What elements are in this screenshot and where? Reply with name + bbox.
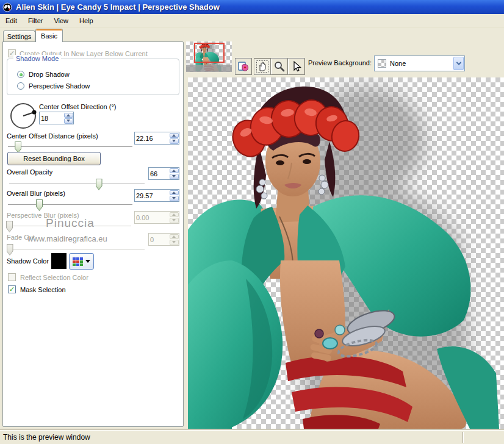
preview-background-dropdown[interactable]: None: [374, 56, 465, 71]
direction-up-button[interactable]: [64, 113, 73, 118]
distance-slider-track[interactable]: [8, 146, 132, 148]
status-text: This is the preview window: [3, 433, 90, 442]
blur-spinner: [134, 189, 179, 202]
perspective-blur-up-button: [170, 212, 179, 218]
blur-down-button[interactable]: [170, 196, 179, 201]
proof-preview-button[interactable]: [235, 58, 252, 75]
preview-background-value: None: [390, 60, 453, 67]
pan-tool-button[interactable]: [254, 58, 271, 75]
preview-toolbar: [235, 58, 305, 75]
magnifier-icon: [273, 60, 286, 73]
shadow-mode-group: Shadow Mode Drop Shadow Perspective Shad…: [7, 59, 179, 95]
distance-label: Center Offset Distance (pixels): [7, 132, 98, 140]
shadow-color-label: Shadow Color: [7, 257, 49, 265]
direction-input[interactable]: [41, 113, 63, 123]
direction-dial[interactable]: [9, 102, 37, 130]
perspective-blur-down-button: [170, 218, 179, 223]
menu-view[interactable]: View: [48, 15, 74, 26]
chevron-down-icon: [455, 60, 463, 67]
blur-input[interactable]: [136, 190, 168, 201]
shadow-mode-title: Shadow Mode: [13, 55, 61, 62]
opacity-slider-thumb[interactable]: [96, 179, 103, 190]
shadow-color-picker-button[interactable]: [69, 253, 94, 270]
opacity-input[interactable]: [150, 168, 168, 179]
drop-shadow-label: Drop Shadow: [29, 71, 70, 78]
direction-label: Center Offset Direction (°): [39, 103, 116, 110]
zoom-tool-button[interactable]: [271, 58, 288, 75]
navigator-bottom-strip: [186, 65, 232, 72]
palette-grid-icon: [73, 257, 83, 266]
menu-help[interactable]: Help: [74, 15, 99, 26]
title-bar: Alien Skin | Eye Candy 5 Impact | Perspe…: [0, 0, 504, 14]
fade-out-spinner: [148, 233, 179, 246]
blur-label: Overall Blur (pixels): [7, 190, 65, 197]
dial-graphic: [9, 102, 37, 130]
opacity-up-button[interactable]: [170, 168, 179, 174]
basic-settings-panel: ✓ Create Output In New Layer Below Curre…: [2, 41, 184, 427]
perspective-shadow-radio[interactable]: [17, 82, 24, 90]
distance-down-button[interactable]: [170, 138, 179, 144]
status-divider: [463, 432, 463, 443]
distance-up-button[interactable]: [170, 133, 179, 138]
mask-selection-checkbox[interactable]: ✓: [8, 285, 16, 293]
blur-slider-thumb[interactable]: [36, 199, 43, 211]
opacity-slider-track[interactable]: [9, 184, 145, 185]
perspective-shadow-label: Perspective Shadow: [29, 82, 90, 90]
preview-canvas[interactable]: [188, 77, 504, 429]
distance-slider[interactable]: [8, 141, 132, 153]
shadow-color-swatch[interactable]: [51, 253, 67, 269]
dropdown-arrow-icon: [85, 260, 90, 263]
perspective-blur-slider-thumb: [6, 221, 13, 232]
drop-shadow-radio[interactable]: [17, 71, 24, 78]
opacity-down-button[interactable]: [170, 174, 179, 179]
blur-slider[interactable]: [8, 199, 132, 211]
distance-input[interactable]: [136, 133, 168, 143]
opacity-spinner: [148, 167, 179, 180]
perspective-blur-slider-track: [7, 226, 131, 227]
fade-out-input: [150, 234, 168, 245]
alien-skin-logo-icon: [2, 2, 12, 12]
proof-preview-icon: [237, 60, 250, 73]
perspective-blur-label: Perspective Blur (pixels): [7, 212, 79, 219]
tab-settings[interactable]: Settings: [3, 30, 35, 42]
perspective-blur-slider: [7, 220, 131, 232]
status-bar: This is the preview window: [0, 430, 504, 444]
fade-out-up-button: [170, 234, 179, 240]
navigator-view-rectangle[interactable]: [194, 43, 225, 63]
reflect-selection-checkbox[interactable]: [8, 273, 16, 281]
pointer-arrow-icon: [290, 60, 303, 73]
tab-basic[interactable]: Basic: [35, 29, 63, 42]
blur-up-button[interactable]: [170, 190, 179, 196]
preview-background-label: Preview Background:: [308, 59, 372, 66]
menu-bar: Edit Filter View Help: [0, 14, 504, 27]
mask-selection-label: Mask Selection: [20, 286, 66, 293]
direction-spinner: [39, 112, 74, 124]
fade-out-down-button: [170, 240, 179, 245]
opacity-label: Overall Opacity: [7, 168, 52, 176]
menu-filter[interactable]: Filter: [23, 15, 48, 26]
perspective-blur-spinner: [134, 211, 179, 224]
fade-out-slider-track: [7, 249, 145, 250]
fade-out-label: Fade Out: [7, 234, 35, 241]
watermark-url: www.maidiregrafica.eu: [27, 234, 107, 243]
model-photo-illustration: [188, 77, 504, 429]
dropdown-button[interactable]: [453, 57, 464, 70]
window-title: Alien Skin | Eye Candy 5 Impact | Perspe…: [16, 2, 220, 12]
reflect-selection-label: Reflect Selection Color: [20, 274, 88, 281]
opacity-slider[interactable]: [9, 178, 145, 190]
reset-bounding-box-button[interactable]: Reset Bounding Box: [7, 152, 101, 165]
plugin-window: Alien Skin | Eye Candy 5 Impact | Perspe…: [0, 0, 504, 444]
pointer-tool-button[interactable]: [288, 58, 305, 75]
hand-pan-icon: [256, 60, 269, 73]
blur-slider-track[interactable]: [8, 204, 132, 206]
direction-down-button[interactable]: [64, 118, 73, 124]
distance-spinner: [134, 132, 179, 145]
transparency-swatch-icon: [378, 59, 386, 68]
perspective-blur-input: [136, 212, 168, 223]
menu-edit[interactable]: Edit: [0, 15, 23, 26]
navigator-thumbnail[interactable]: [186, 41, 232, 72]
fade-out-slider-thumb: [7, 244, 13, 256]
